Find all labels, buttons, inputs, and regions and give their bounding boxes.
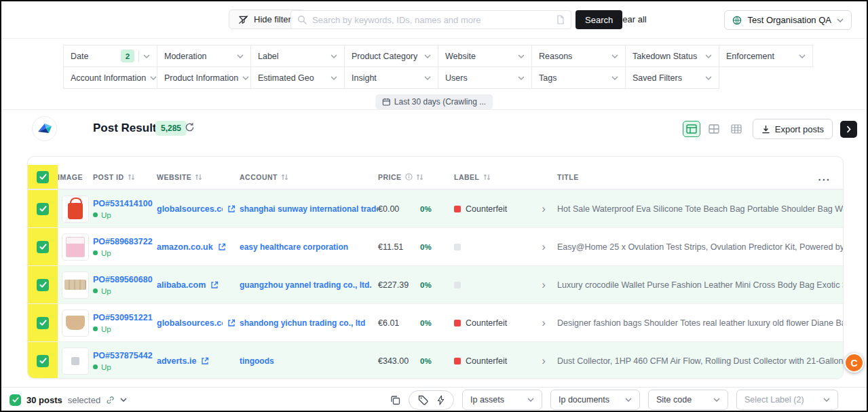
dropdown-label: Site code: [656, 395, 706, 405]
refresh-button[interactable]: [185, 122, 195, 132]
row-checkbox[interactable]: [37, 317, 49, 329]
table-view-toggle[interactable]: [683, 121, 700, 137]
footer-action-controls: Ip assets Ip documents Site code Select …: [390, 390, 838, 410]
product-thumbnail[interactable]: [62, 195, 89, 223]
chevron-down-icon: [237, 54, 244, 58]
filter-moderation[interactable]: Moderation: [157, 45, 251, 67]
expand-row-chevron-icon[interactable]: ›: [530, 355, 557, 367]
expand-row-chevron-icon[interactable]: ›: [530, 317, 557, 329]
external-link-icon[interactable]: [210, 281, 219, 289]
select-all-checkbox[interactable]: [37, 171, 49, 183]
status-label: Up: [101, 287, 111, 295]
info-icon[interactable]: [405, 173, 413, 181]
expand-row-chevron-icon[interactable]: ›: [530, 279, 557, 291]
sort-icon[interactable]: [416, 174, 423, 181]
post-id-link[interactable]: PO#530951221: [93, 313, 157, 322]
account-link[interactable]: tingoods: [240, 356, 378, 366]
external-link-icon[interactable]: [201, 357, 209, 365]
product-thumbnail[interactable]: [62, 310, 89, 337]
sort-icon[interactable]: [195, 174, 202, 181]
ip-assets-dropdown[interactable]: Ip assets: [462, 390, 542, 410]
product-thumbnail[interactable]: [62, 348, 89, 375]
split-view-toggle[interactable]: [705, 121, 723, 137]
external-link-icon[interactable]: [227, 319, 235, 327]
filter-product-category[interactable]: Product Category: [344, 45, 438, 67]
sort-icon[interactable]: [128, 174, 135, 181]
account-link[interactable]: shanghai sunway international trade co.,…: [240, 204, 378, 214]
ip-documents-dropdown[interactable]: Ip documents: [550, 390, 640, 410]
duplicate-button[interactable]: [390, 395, 400, 405]
filter-takedown-status[interactable]: Takedown Status: [625, 45, 719, 67]
table-row[interactable]: PO#589683722 Up amazon.co.uk easy health…: [28, 227, 843, 265]
website-link[interactable]: globalsources.com: [157, 318, 223, 328]
filter-reasons[interactable]: Reasons: [531, 45, 626, 67]
expand-row-chevron-icon[interactable]: ›: [530, 203, 557, 214]
website-link[interactable]: alibaba.com: [157, 280, 206, 290]
select-label-dropdown[interactable]: Select Label (2): [736, 390, 838, 410]
filter-estimated-geo[interactable]: Estimated Geo: [250, 67, 345, 89]
filter-website[interactable]: Website: [438, 45, 532, 67]
row-checkbox[interactable]: [37, 279, 49, 291]
chevron-down-icon: [705, 54, 712, 58]
post-title: Luxury crocodile Wallet Purse Fashion Le…: [557, 280, 843, 290]
chat-widget-button[interactable]: C: [844, 353, 864, 373]
product-thumbnail[interactable]: [62, 271, 89, 299]
sort-icon[interactable]: [483, 174, 491, 181]
filter-account-information[interactable]: Account Information: [63, 67, 157, 89]
row-checkbox[interactable]: [37, 355, 49, 367]
table-row[interactable]: PO#589560680 Up alibaba.com guangzhou ya…: [28, 265, 843, 303]
filter-users[interactable]: Users: [438, 67, 532, 89]
sort-icon[interactable]: [281, 174, 288, 181]
filter-label[interactable]: Label: [250, 45, 345, 67]
website-link[interactable]: adverts.ie: [157, 356, 196, 366]
percent-value: 0%: [420, 281, 454, 289]
product-thumbnail[interactable]: [62, 233, 89, 261]
filter-date[interactable]: Date 2: [63, 45, 157, 67]
selection-summary[interactable]: 30 posts selected: [10, 394, 127, 406]
percent-value: 0%: [420, 319, 454, 327]
active-date-filter-chip[interactable]: Last 30 days (Crawling ...: [375, 94, 493, 109]
column-settings-menu[interactable]: ...: [818, 171, 831, 183]
filter-tags[interactable]: Tags: [531, 67, 626, 89]
export-posts-button[interactable]: Export posts: [753, 119, 833, 139]
filter-product-information[interactable]: Product Information: [157, 67, 251, 89]
website-link[interactable]: amazon.co.uk: [157, 242, 213, 252]
grid-view-toggle[interactable]: [728, 121, 745, 137]
post-id-link[interactable]: PO#531414100: [93, 199, 157, 208]
link-icon[interactable]: [106, 396, 115, 405]
view-toggle-group: [683, 121, 745, 137]
tag-icon[interactable]: [418, 395, 428, 405]
top-bar: Hide filters Search Clear all Test Organ…: [0, 0, 868, 39]
status-label: Up: [101, 363, 111, 371]
chevron-down-icon[interactable]: [120, 398, 127, 402]
table-row[interactable]: PO#530951221 Up globalsources.com shando…: [28, 303, 843, 341]
table-row[interactable]: PO#537875442 Up adverts.ie tingoods €343…: [28, 341, 843, 379]
chevron-down-icon: [150, 76, 157, 80]
post-id-link[interactable]: PO#537875442: [93, 351, 157, 360]
external-link-icon[interactable]: [218, 243, 226, 251]
site-code-dropdown[interactable]: Site code: [648, 390, 728, 410]
divider: [138, 50, 139, 62]
row-checkbox[interactable]: [37, 203, 49, 215]
post-id-link[interactable]: PO#589683722: [93, 237, 157, 246]
account-link[interactable]: shandong yichun trading co., ltd: [240, 318, 378, 328]
lightning-icon[interactable]: [437, 395, 445, 405]
external-link-icon[interactable]: [227, 205, 235, 213]
table-row[interactable]: PO#531414100 Up globalsources.com shangh…: [28, 189, 843, 227]
label-text: Counterfeit: [466, 318, 507, 328]
document-icon[interactable]: [556, 15, 565, 24]
side-panel-toggle-button[interactable]: [840, 121, 857, 138]
website-link[interactable]: globalsources.com: [157, 204, 223, 214]
organisation-dropdown[interactable]: Test Organisation QA: [724, 10, 852, 30]
row-checkbox[interactable]: [37, 241, 49, 253]
search-input[interactable]: [312, 15, 551, 25]
account-link[interactable]: guangzhou yannel trading co., ltd.: [240, 280, 378, 290]
expand-row-chevron-icon[interactable]: ›: [530, 241, 557, 252]
post-title: Dust Collector, 1HP 460 CFM Air Flow, Ro…: [557, 356, 843, 366]
post-id-link[interactable]: PO#589560680: [93, 275, 157, 284]
account-link[interactable]: easy healthcare corporation: [240, 242, 378, 252]
filter-saved-filters[interactable]: Saved Filters: [625, 67, 719, 89]
filter-enforcement[interactable]: Enforcement: [719, 45, 813, 67]
filter-insight[interactable]: Insight: [344, 67, 438, 89]
clear-all-link[interactable]: Clear all: [614, 14, 647, 24]
